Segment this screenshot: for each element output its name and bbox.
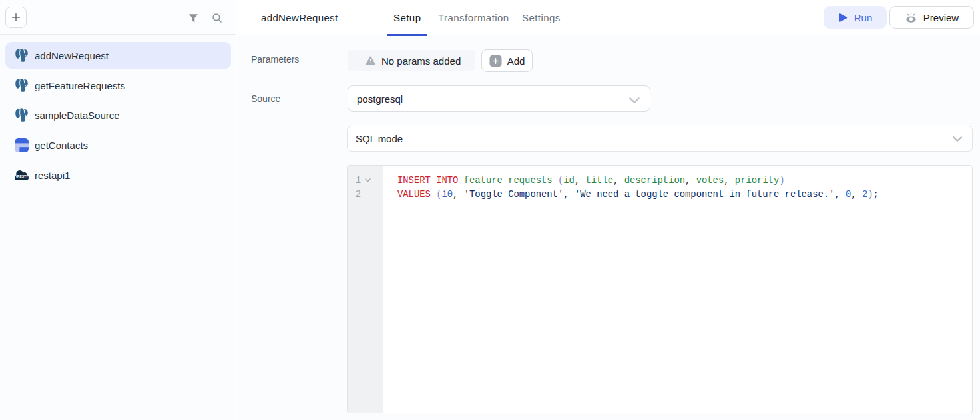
- svg-text:{REST}: {REST}: [16, 174, 27, 178]
